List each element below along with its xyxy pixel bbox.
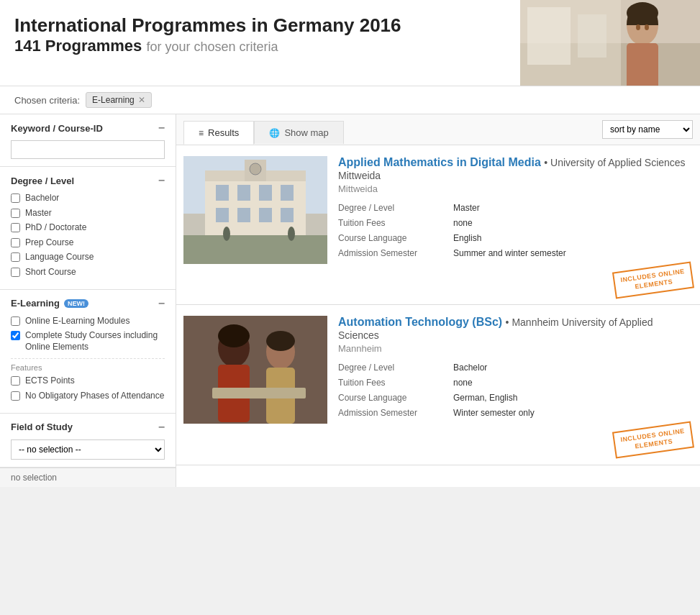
svg-rect-17 [259,185,272,201]
programme-info-2: Automation Technology (BSc) • Mannheim U… [338,316,693,453]
svg-point-26 [223,227,230,241]
header-image [520,0,700,86]
checkbox-phd[interactable]: PhD / Doctorate [11,222,165,234]
new-badge: NEW! [64,299,88,308]
header: International Programmes in Germany 2016… [0,0,700,86]
programme-image-2 [183,316,327,424]
svg-point-27 [288,227,295,241]
checkbox-no-phases-input[interactable] [11,391,20,401]
checkbox-bachelor[interactable]: Bachelor [11,193,165,204]
results-tabs: ≡ Results 🌐 Show map sort by name sort b… [176,114,700,145]
criteria-bar: Chosen criteria: E-Learning ✕ [0,86,700,114]
checkbox-complete-study-label: Complete Study Courses including Online … [25,330,165,352]
svg-rect-22 [281,208,294,222]
elearning-header-inner: E-Learning NEW! [11,298,88,309]
sidebar-section-field: Field of Study − -- no selection -- [0,414,176,468]
svg-point-6 [645,24,649,30]
tab-map[interactable]: 🌐 Show map [254,121,343,144]
checkbox-prep[interactable]: Prep Course [11,237,165,249]
checkbox-phd-label: PhD / Doctorate [25,222,86,234]
checkbox-short[interactable]: Short Course [11,267,165,278]
checkbox-online-modules-input[interactable] [11,316,20,326]
checkbox-short-label: Short Course [25,267,76,278]
checkbox-no-phases-label: No Obligatory Phases of Attendance [25,391,164,402]
programme-title-1[interactable]: Applied Mathematics in Digital Media • U… [338,156,693,182]
field-collapse-icon[interactable]: − [158,421,165,434]
programme-city-1: Mittweida [338,183,693,194]
checkbox-no-phases[interactable]: No Obligatory Phases of Attendance [11,391,165,402]
svg-rect-9 [578,14,606,58]
checkbox-bachelor-input[interactable] [11,193,20,203]
programme-card-1: Applied Mathematics in Digital Media • U… [176,145,700,305]
checkbox-master[interactable]: Master [11,208,165,219]
keyword-collapse-icon[interactable]: − [158,122,165,135]
checkbox-ects-input[interactable] [11,376,20,386]
checkbox-ects[interactable]: ECTS Points [11,375,165,387]
svg-rect-20 [237,208,250,222]
checkbox-complete-study-input[interactable] [11,331,20,340]
svg-rect-15 [216,185,229,201]
badge-container-1: INCLUDES ONLINEELEMENTS [338,267,693,293]
checkbox-bachelor-label: Bachelor [25,193,59,204]
sidebar-section-keyword: Keyword / Course-ID − [0,114,176,167]
checkbox-complete-study[interactable]: Complete Study Courses including Online … [11,330,165,352]
svg-point-5 [636,24,640,30]
sort-select[interactable]: sort by name sort by relevance [602,120,693,139]
remove-tag-icon[interactable]: ✕ [138,95,145,105]
checkbox-prep-input[interactable] [11,238,20,247]
checkbox-online-modules[interactable]: Online E-Learning Modules [11,316,165,327]
svg-rect-18 [281,185,294,201]
checkbox-language-label: Language Course [25,252,94,263]
programme-count: 141 Programmes for your chosen criteria [14,37,278,55]
checkbox-master-input[interactable] [11,209,20,218]
results-icon: ≡ [199,128,204,138]
keyword-section-header[interactable]: Keyword / Course-ID − [11,122,165,135]
svg-rect-16 [237,185,250,201]
page-title: International Programmes in Germany 2016 [14,14,482,37]
online-badge-2: INCLUDES ONLINEELEMENTS [612,422,694,459]
degree-collapse-icon[interactable]: − [158,174,165,187]
checkbox-online-modules-label: Online E-Learning Modules [25,316,129,327]
tab-results[interactable]: ≡ Results [183,121,254,145]
svg-rect-19 [216,208,229,222]
svg-rect-37 [183,316,327,424]
online-badge-1: INCLUDES ONLINEELEMENTS [612,262,694,299]
checkbox-prep-label: Prep Course [25,237,73,249]
main-content: Keyword / Course-ID − Degree / Level − B… [0,114,700,487]
programme-details-2: Degree / Level Bachelor Tuition Fees non… [338,361,693,419]
status-bar: no selection [0,468,176,487]
sidebar: Keyword / Course-ID − Degree / Level − B… [0,114,176,487]
tabs-left: ≡ Results 🌐 Show map [183,121,344,144]
programme-title-2[interactable]: Automation Technology (BSc) • Mannheim U… [338,316,693,342]
degree-section-header[interactable]: Degree / Level − [11,174,165,187]
checkbox-phd-input[interactable] [11,223,20,232]
criteria-label: Chosen criteria: [14,95,80,106]
results-area: ≡ Results 🌐 Show map sort by name sort b… [176,114,700,487]
programme-image-1 [183,156,327,264]
programme-info-1: Applied Mathematics in Digital Media • U… [338,156,693,293]
badge-container-2: INCLUDES ONLINEELEMENTS [338,427,693,453]
map-icon: 🌐 [269,128,280,138]
sidebar-section-elearning: E-Learning NEW! − Online E-Learning Modu… [0,290,176,414]
field-select[interactable]: -- no selection -- [11,439,165,460]
features-label: Features [11,358,165,372]
page-wrapper: International Programmes in Germany 2016… [0,0,700,487]
checkbox-short-input[interactable] [11,268,20,277]
svg-point-24 [250,163,261,175]
programme-city-2: Mannheim [338,343,693,354]
keyword-input[interactable] [11,140,165,159]
svg-rect-21 [259,208,272,222]
elearning-section-header[interactable]: E-Learning NEW! − [11,297,165,310]
svg-rect-3 [627,43,658,86]
svg-rect-8 [527,7,571,65]
criteria-tag-elearning[interactable]: E-Learning ✕ [86,92,152,108]
programme-card-2: Automation Technology (BSc) • Mannheim U… [176,305,700,465]
checkbox-language[interactable]: Language Course [11,252,165,263]
field-section-header[interactable]: Field of Study − [11,421,165,434]
programme-details-1: Degree / Level Master Tuition Fees none … [338,201,693,260]
svg-rect-25 [183,235,327,264]
checkbox-language-input[interactable] [11,252,20,262]
sidebar-section-degree: Degree / Level − Bachelor Master PhD / D… [0,167,176,290]
elearning-collapse-icon[interactable]: − [158,297,165,310]
checkbox-master-label: Master [25,208,52,219]
